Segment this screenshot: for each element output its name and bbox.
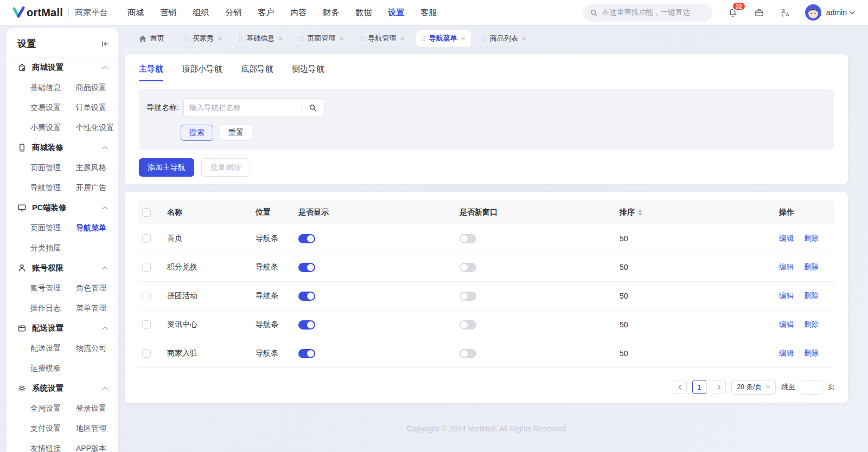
sidebar-item[interactable]: 运费模板 [30, 358, 76, 378]
tab-main-nav[interactable]: 主导航 [139, 64, 163, 81]
sidebar-item[interactable]: 友情链接 [30, 438, 76, 452]
row-checkbox[interactable] [142, 234, 151, 243]
tag-home[interactable]: 首页 [133, 30, 174, 47]
sidebar-item[interactable]: 操作日志 [30, 298, 76, 318]
nav-item-organization[interactable]: 组织 [184, 0, 217, 25]
sidebar-item[interactable]: 页面管理 [30, 158, 76, 178]
close-icon[interactable]: × [522, 35, 526, 42]
prev-page-button[interactable] [673, 380, 687, 394]
storage-box-button[interactable] [754, 7, 765, 18]
edit-link[interactable]: 编辑 [779, 234, 794, 243]
sidebar-item[interactable]: 账号管理 [30, 278, 76, 298]
sidebar-item[interactable]: 订单设置 [76, 98, 118, 118]
sidebar-item[interactable]: 配送设置 [30, 338, 76, 358]
edit-link[interactable]: 编辑 [779, 320, 794, 330]
search-button[interactable]: 搜索 [181, 125, 213, 141]
drag-handle-icon[interactable] [482, 35, 486, 42]
sidebar-item[interactable]: 基础信息 [30, 78, 76, 98]
nav-item-mall[interactable]: 商城 [119, 0, 152, 25]
close-icon[interactable]: × [278, 35, 283, 42]
tag-nav-management[interactable]: 导航管理 × [355, 30, 410, 47]
sidebar-item[interactable]: 导航管理 [30, 178, 76, 198]
delete-link[interactable]: 删除 [804, 348, 819, 358]
visible-toggle[interactable] [298, 263, 315, 272]
sidebar-item[interactable]: 商品设置 [76, 78, 118, 98]
close-icon[interactable]: × [218, 35, 222, 42]
new-window-toggle[interactable] [459, 263, 476, 272]
visible-toggle[interactable] [298, 320, 315, 330]
batch-delete-button[interactable]: 批量删除 [201, 158, 250, 177]
add-main-nav-button[interactable]: 添加主导航 [139, 158, 194, 177]
edit-link[interactable]: 编辑 [779, 262, 794, 272]
row-checkbox[interactable] [142, 292, 151, 300]
sidebar-item[interactable]: 登录设置 [76, 398, 118, 418]
page-number-button[interactable]: 1 [692, 380, 706, 394]
close-icon[interactable]: × [400, 35, 405, 42]
input-search-button[interactable] [302, 98, 324, 117]
row-checkbox[interactable] [142, 349, 151, 358]
tag-basic-info[interactable]: 基础信息 × [233, 30, 288, 47]
delete-link[interactable]: 删除 [804, 262, 819, 272]
edit-link[interactable]: 编辑 [779, 291, 794, 301]
tab-bottom-nav[interactable]: 底部导航 [241, 64, 273, 81]
drag-handle-icon[interactable] [239, 35, 242, 42]
drag-handle-icon[interactable] [361, 35, 365, 42]
new-window-toggle[interactable] [459, 320, 476, 330]
tab-side-nav[interactable]: 侧边导航 [292, 64, 324, 81]
nav-item-data[interactable]: 数据 [347, 0, 380, 25]
delete-link[interactable]: 删除 [804, 320, 819, 330]
sidebar-item[interactable]: APP版本 [76, 438, 118, 452]
new-window-toggle[interactable] [459, 234, 476, 243]
sidebar-item[interactable]: 个性化设置 [76, 118, 118, 138]
nav-item-marketing[interactable]: 营销 [152, 0, 184, 25]
language-switch-button[interactable]: 文 A [780, 7, 792, 18]
drag-handle-icon[interactable] [422, 35, 425, 42]
page-size-select[interactable]: 20 条/页 [731, 380, 776, 395]
sidebar-section-account-permission[interactable]: 账号权限 [7, 258, 118, 278]
visible-toggle[interactable] [298, 292, 315, 301]
global-search-input[interactable]: 在这里查找功能，一键直达 [583, 4, 712, 22]
notification-bell-button[interactable]: 32 [727, 7, 739, 18]
close-icon[interactable]: × [339, 35, 343, 42]
tab-top-subnav[interactable]: 顶部小导航 [182, 64, 222, 81]
sidebar-item[interactable]: 页面管理 [30, 218, 76, 238]
sidebar-section-pc-decoration[interactable]: PC端装修 [7, 198, 118, 218]
row-checkbox[interactable] [142, 263, 151, 272]
sidebar-item[interactable]: 地区管理 [76, 418, 118, 438]
sidebar-item[interactable]: 交易设置 [30, 98, 76, 118]
brand-logo[interactable]: ortMall | 商家平台 [12, 6, 107, 19]
nav-item-content[interactable]: 内容 [282, 0, 315, 25]
sidebar-collapse-icon[interactable] [100, 40, 109, 48]
close-icon[interactable]: × [461, 35, 465, 42]
sort-icon[interactable] [638, 209, 642, 216]
tag-buyer-show[interactable]: 买家秀 × [180, 30, 227, 47]
delete-link[interactable]: 删除 [804, 291, 819, 301]
jump-page-input[interactable] [801, 380, 822, 395]
user-menu[interactable]: admin [805, 4, 855, 21]
edit-link[interactable]: 编辑 [779, 348, 794, 358]
new-window-toggle[interactable] [459, 292, 476, 301]
sidebar-item[interactable]: 开屏广告 [76, 178, 118, 198]
sidebar-item[interactable]: 菜单管理 [76, 298, 118, 318]
sidebar-section-shop-decoration[interactable]: 商城装修 [7, 138, 118, 158]
nav-item-support[interactable]: 客服 [412, 0, 445, 25]
tag-product-list[interactable]: 商品列表 × [477, 30, 532, 47]
select-all-checkbox[interactable] [142, 208, 151, 217]
tag-page-management[interactable]: 页面管理 × [294, 30, 349, 47]
tag-nav-menu[interactable]: 导航菜单 × [416, 30, 471, 47]
sidebar-item[interactable]: 物流公司 [76, 338, 118, 358]
row-checkbox[interactable] [142, 320, 151, 329]
visible-toggle[interactable] [298, 349, 315, 358]
sidebar-item[interactable]: 角色管理 [76, 278, 118, 298]
sidebar-item[interactable]: 全局设置 [30, 398, 76, 418]
nav-item-distribution[interactable]: 分销 [217, 0, 250, 25]
sidebar-section-shop-settings[interactable]: 商城设置 [7, 57, 118, 78]
sidebar-item[interactable]: 主题风格 [76, 158, 118, 178]
sidebar-item[interactable]: 支付设置 [30, 418, 76, 438]
drag-handle-icon[interactable] [185, 35, 189, 42]
drag-handle-icon[interactable] [299, 35, 303, 42]
visible-toggle[interactable] [298, 234, 315, 243]
next-page-button[interactable] [712, 380, 726, 394]
new-window-toggle[interactable] [459, 349, 476, 358]
sidebar-section-delivery-settings[interactable]: 配送设置 [7, 318, 118, 338]
